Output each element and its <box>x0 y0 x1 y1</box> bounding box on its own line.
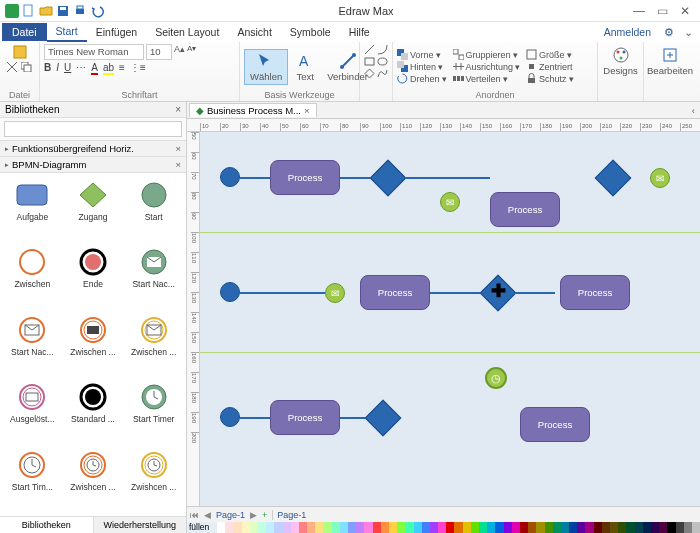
align-left-icon[interactable]: ≡ <box>119 62 125 75</box>
font-shrink-icon[interactable]: A▾ <box>187 44 196 60</box>
color-swatch[interactable] <box>618 522 626 533</box>
file-menu[interactable]: Datei <box>2 23 47 41</box>
bpmn-gateway[interactable] <box>595 160 632 197</box>
undo-icon[interactable] <box>90 4 104 18</box>
color-swatch[interactable] <box>643 522 651 533</box>
color-swatch[interactable] <box>258 522 266 533</box>
color-swatch[interactable] <box>283 522 291 533</box>
font-color-icon[interactable]: A <box>91 62 98 75</box>
shape-item[interactable]: Ausgelöst... <box>2 379 63 444</box>
rect-icon[interactable] <box>364 56 375 67</box>
color-swatch[interactable] <box>340 522 348 533</box>
library-search-input[interactable] <box>4 121 182 137</box>
bpmn-start-event[interactable] <box>220 407 240 427</box>
shape-item[interactable]: Ende <box>63 244 124 309</box>
arc-icon[interactable] <box>377 44 388 55</box>
text-tool[interactable]: A Text <box>291 50 319 84</box>
bpmn-gateway[interactable] <box>365 400 402 437</box>
distribute-button[interactable]: Verteilen ▾ <box>453 73 521 84</box>
page-nav-next-icon[interactable]: ▶ <box>250 510 257 520</box>
tab-insert[interactable]: Einfügen <box>87 23 146 41</box>
tab-symbols[interactable]: Symbole <box>281 23 340 41</box>
new-icon[interactable] <box>22 4 36 18</box>
shape-item[interactable]: Zwischen ... <box>123 312 184 377</box>
bpmn-flow[interactable] <box>515 292 555 294</box>
tab-view[interactable]: Ansicht <box>228 23 280 41</box>
bpmn-flow[interactable] <box>240 417 270 419</box>
bpmn-task[interactable]: Process <box>270 400 340 435</box>
bpmn-task[interactable]: Process <box>360 275 430 310</box>
tab-start[interactable]: Start <box>47 22 87 42</box>
color-swatch[interactable] <box>307 522 315 533</box>
color-swatch[interactable] <box>446 522 454 533</box>
highlight-icon[interactable]: ab <box>103 62 114 75</box>
bpmn-start-event[interactable] <box>220 282 240 302</box>
color-swatch[interactable] <box>381 522 389 533</box>
designs-button[interactable]: Designs <box>602 44 639 78</box>
shape-item[interactable]: Start <box>123 177 184 242</box>
color-swatch[interactable] <box>512 522 520 533</box>
color-swatch[interactable] <box>463 522 471 533</box>
bpmn-message-event[interactable] <box>325 283 345 303</box>
login-link[interactable]: Anmelden <box>596 23 659 41</box>
color-swatch[interactable] <box>479 522 487 533</box>
oval-icon[interactable] <box>377 56 388 67</box>
shape-item[interactable]: Start Nac... <box>2 312 63 377</box>
drawing-canvas[interactable]: Process Process Process ✚ Process <box>200 132 700 506</box>
color-swatch[interactable] <box>233 522 241 533</box>
color-swatch[interactable] <box>225 522 233 533</box>
color-swatch[interactable] <box>323 522 331 533</box>
sidebar-tab-recovery[interactable]: Wiederherstellung <box>94 517 187 533</box>
shape-item[interactable]: Zugang <box>63 177 124 242</box>
bpmn-message-event[interactable] <box>650 168 670 188</box>
rotate-button[interactable]: Drehen ▾ <box>397 73 447 84</box>
shape-item[interactable]: Aufgabe <box>2 177 63 242</box>
bpmn-task[interactable]: Process <box>270 160 340 195</box>
color-swatch[interactable] <box>536 522 544 533</box>
color-swatch[interactable] <box>553 522 561 533</box>
color-swatch[interactable] <box>299 522 307 533</box>
color-swatch[interactable] <box>405 522 413 533</box>
color-swatch[interactable] <box>356 522 364 533</box>
bpmn-task[interactable]: Process <box>520 407 590 442</box>
poly-icon[interactable] <box>364 68 375 79</box>
bpmn-start-event[interactable] <box>220 167 240 187</box>
doc-close-icon[interactable]: × <box>304 105 310 116</box>
color-swatch[interactable] <box>594 522 602 533</box>
cut-icon[interactable] <box>7 62 19 72</box>
shape-item[interactable]: Zwishcen ... <box>63 447 124 512</box>
align-more-icon[interactable]: ⋮≡ <box>130 62 146 75</box>
send-back-button[interactable]: Hinten ▾ <box>397 61 447 72</box>
minimize-button[interactable]: — <box>633 4 645 18</box>
shape-item[interactable]: Start Nac... <box>123 244 184 309</box>
color-swatch[interactable] <box>659 522 667 533</box>
sidebar-tab-libraries[interactable]: Bibliotheken <box>0 517 94 533</box>
page-tab[interactable]: Page-1 <box>216 510 245 520</box>
color-swatch[interactable] <box>528 522 536 533</box>
bpmn-flow[interactable] <box>340 177 370 179</box>
category-close-icon[interactable]: × <box>175 143 181 154</box>
chevron-right-icon[interactable]: ‹ <box>687 105 700 116</box>
color-swatch[interactable] <box>577 522 585 533</box>
color-swatch[interactable] <box>610 522 618 533</box>
color-swatch[interactable] <box>266 522 274 533</box>
bold-button[interactable]: B <box>44 62 51 75</box>
color-swatch[interactable] <box>495 522 503 533</box>
maximize-button[interactable]: ▭ <box>657 4 668 18</box>
shape-item[interactable]: Start Timer <box>123 379 184 444</box>
italic-button[interactable]: I <box>56 62 59 75</box>
color-swatch[interactable] <box>520 522 528 533</box>
shape-item[interactable]: Zwischen ... <box>63 312 124 377</box>
page-nav-prev-icon[interactable]: ◀ <box>204 510 211 520</box>
color-swatch[interactable] <box>626 522 634 533</box>
color-swatch[interactable] <box>430 522 438 533</box>
add-page-icon[interactable]: + <box>262 510 267 520</box>
font-grow-icon[interactable]: A▴ <box>174 44 185 60</box>
shape-item[interactable]: Zwischen <box>2 244 63 309</box>
align-button[interactable]: Ausrichtung ▾ <box>453 61 521 72</box>
color-swatch[interactable] <box>364 522 372 533</box>
library-category-bpmn[interactable]: ▸ BPMN-Diagramm × <box>0 157 186 173</box>
shape-item[interactable]: Zwishcen ... <box>123 447 184 512</box>
color-swatch[interactable] <box>438 522 446 533</box>
color-swatch[interactable] <box>397 522 405 533</box>
